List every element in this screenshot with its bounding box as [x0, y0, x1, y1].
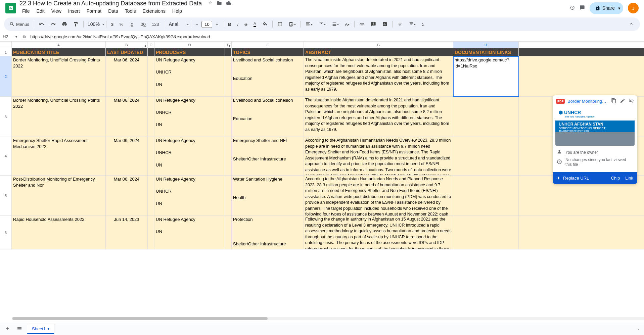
- select-all-corner[interactable]: [0, 42, 12, 48]
- menu-file[interactable]: File: [19, 7, 33, 15]
- header-cell-f[interactable]: TOPICS: [232, 48, 304, 56]
- cell[interactable]: [453, 176, 519, 216]
- horizontal-scrollbar[interactable]: [12, 317, 644, 320]
- cell[interactable]: According to the Afghanistan Humanitaria…: [304, 176, 453, 216]
- decrease-decimal-icon[interactable]: .0̲: [127, 20, 136, 29]
- menu-insert[interactable]: Insert: [65, 7, 83, 15]
- edit-link-icon[interactable]: [620, 98, 625, 104]
- borders-icon[interactable]: [275, 19, 285, 29]
- cell[interactable]: Protection Shelter/Other Infrastructure: [232, 216, 304, 249]
- cell[interactable]: According to the Afghanistan Humanitaria…: [304, 137, 453, 175]
- cell[interactable]: Mar 06, 2024: [106, 137, 148, 175]
- row-header[interactable]: 6: [0, 216, 12, 249]
- cell[interactable]: Border Monitoring, Unofficial Crossing P…: [12, 97, 106, 137]
- link-button[interactable]: Link: [625, 176, 633, 181]
- col-header-h[interactable]: H: [453, 42, 519, 48]
- cell[interactable]: https://drive.google.com/uc?id=1NalRso: [453, 56, 519, 96]
- move-icon[interactable]: [217, 0, 222, 7]
- print-icon[interactable]: [59, 19, 70, 29]
- header-cell-c[interactable]: [148, 48, 154, 56]
- bold-icon[interactable]: B: [225, 20, 234, 29]
- name-box[interactable]: H2▾: [0, 34, 20, 40]
- menu-help[interactable]: Help: [170, 7, 185, 15]
- increase-decimal-icon[interactable]: .00̲: [137, 20, 148, 29]
- cell[interactable]: [225, 176, 232, 216]
- menu-data[interactable]: Data: [105, 7, 121, 15]
- cell[interactable]: [453, 97, 519, 137]
- cell[interactable]: UN Refugee Agency UNHCR UN: [154, 97, 225, 137]
- font-size-input[interactable]: [201, 21, 212, 28]
- menu-view[interactable]: View: [49, 7, 64, 15]
- col-header-c[interactable]: C: [148, 42, 154, 48]
- star-icon[interactable]: ☆: [209, 0, 213, 7]
- strikethrough-icon[interactable]: S: [242, 20, 250, 29]
- row-header[interactable]: 5: [0, 176, 12, 216]
- cell[interactable]: Mar 06, 2024: [106, 56, 148, 96]
- row-header[interactable]: 1: [0, 48, 12, 56]
- cell[interactable]: Mar 06, 2024: [106, 97, 148, 137]
- collapse-toolbar-icon[interactable]: [625, 19, 637, 30]
- col-header-d[interactable]: D: [154, 42, 225, 48]
- col-header-f[interactable]: F: [232, 42, 304, 48]
- sheets-logo[interactable]: [5, 3, 16, 13]
- insert-comment-icon[interactable]: [368, 19, 379, 29]
- cell[interactable]: [148, 176, 154, 216]
- comment-icon[interactable]: [580, 5, 585, 11]
- row-header[interactable]: 2: [0, 56, 12, 97]
- col-header-b[interactable]: B◄: [106, 42, 148, 48]
- percent-icon[interactable]: %: [117, 20, 126, 29]
- row-header[interactable]: 4: [0, 137, 12, 176]
- cell[interactable]: Livelihood and Social cohesion Education…: [232, 97, 304, 137]
- col-header-g[interactable]: G: [304, 42, 453, 48]
- copy-link-icon[interactable]: [611, 98, 616, 104]
- cell[interactable]: [225, 137, 232, 175]
- merge-icon[interactable]: ▾: [286, 19, 298, 29]
- menu-edit[interactable]: Edit: [34, 7, 47, 15]
- avatar[interactable]: J: [628, 3, 639, 13]
- filter-icon[interactable]: [395, 19, 405, 29]
- cell[interactable]: [148, 56, 154, 96]
- cell[interactable]: Livelihood and Social cohesion Education…: [232, 56, 304, 96]
- cell[interactable]: [453, 137, 519, 175]
- formula-bar[interactable]: https://drive.google.com/uc?id=1NalRsoLa…: [29, 34, 644, 40]
- cell[interactable]: [225, 97, 232, 137]
- col-header-e[interactable]: E◄: [225, 42, 232, 48]
- cell[interactable]: [148, 137, 154, 175]
- share-dropdown[interactable]: ▾: [615, 2, 623, 14]
- cell[interactable]: The situation inside Afghanistan deterio…: [304, 56, 453, 96]
- cell[interactable]: UN Refugee Agency UNHCR UN: [154, 56, 225, 96]
- search-menus[interactable]: Menus: [7, 19, 32, 29]
- menu-format[interactable]: Format: [84, 7, 104, 15]
- font-select[interactable]: Arial: [166, 20, 186, 28]
- cloud-icon[interactable]: [226, 0, 231, 7]
- currency-icon[interactable]: $: [108, 20, 116, 29]
- header-cell-d[interactable]: PRODUCERS: [154, 48, 225, 56]
- doc-title[interactable]: 22.3 How to Create an Auto-updating Data…: [19, 0, 202, 7]
- insert-chart-icon[interactable]: [379, 19, 390, 29]
- cell[interactable]: UN Refugee Agency UN: [154, 216, 225, 249]
- filter-views-icon[interactable]: ▾: [406, 19, 418, 29]
- file-thumbnail[interactable]: ⬢ UNHCR The UN Refugee Agency UNHCR AFGH…: [555, 107, 635, 146]
- cell[interactable]: Mar 06, 2024: [106, 176, 148, 216]
- menu-extensions[interactable]: Extensions: [140, 7, 168, 15]
- redo-icon[interactable]: [48, 19, 58, 29]
- cell[interactable]: Border Monitoring, Unofficial Crossing P…: [12, 56, 106, 96]
- align-icon[interactable]: ▾: [303, 19, 315, 29]
- rotate-text-icon[interactable]: A▾: [342, 20, 352, 29]
- wrap-icon[interactable]: ▾: [329, 19, 341, 29]
- unlink-icon[interactable]: [629, 98, 634, 104]
- cell[interactable]: [453, 216, 519, 249]
- header-cell-b[interactable]: LAST UPDATED: [106, 48, 148, 56]
- menu-tools[interactable]: Tools: [122, 7, 139, 15]
- format-123-icon[interactable]: 123: [149, 20, 162, 29]
- increase-font-icon[interactable]: +: [213, 20, 221, 29]
- cell[interactable]: [225, 216, 232, 249]
- functions-icon[interactable]: Σ: [419, 20, 427, 29]
- cell[interactable]: Following the change in authority in Afg…: [304, 216, 453, 249]
- cell[interactable]: [148, 97, 154, 137]
- cell[interactable]: UN Refugee Agency UNHCR UN: [154, 137, 225, 175]
- history-icon[interactable]: [569, 5, 575, 11]
- preview-title[interactable]: Border Monitoring, Unoffi...: [567, 99, 608, 104]
- italic-icon[interactable]: I: [234, 20, 241, 29]
- header-cell-e[interactable]: [225, 48, 232, 56]
